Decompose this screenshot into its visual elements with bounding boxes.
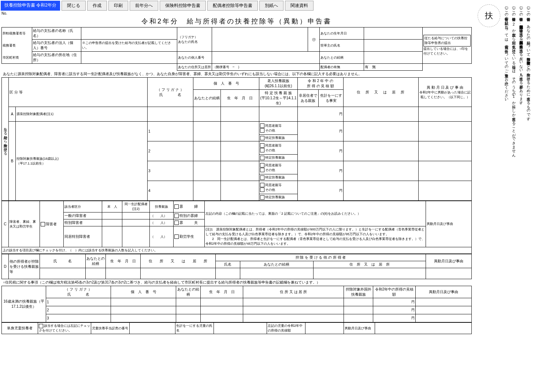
your-addr-value[interactable]: （郵便番号 − ） <box>212 64 320 71</box>
rel-value[interactable] <box>364 52 423 64</box>
col-elder: 老人扶養親族(昭26.1.1以前生) <box>259 78 298 90</box>
single-chk[interactable]: 該当する場合には左記にチェックを付けてください。 <box>38 323 91 334</box>
payer-addr-label: 給与の支払者の所在地（住所） <box>32 52 81 64</box>
single-h2: 生計を一にする児童の氏名 <box>175 323 214 334</box>
rel-label: あなたとの続柄 <box>320 52 364 64</box>
stamp-circle: 扶 <box>478 4 500 27</box>
b1-spec[interactable]: 特定扶養親族 <box>259 135 298 141</box>
section-u16-table: 16歳未満の扶養親族（平17.1.2以後生） （ フ リ ガ ナ ）氏 名 個 … <box>1 286 472 322</box>
c-kafu[interactable]: 寡 婦 <box>174 201 205 212</box>
side-note-4: ◎この申告書の記載に当たっては、裏面の「申告についてのご注意」等をお読みください… <box>503 3 509 331</box>
row-a-mark: A <box>9 107 16 122</box>
col-income: 令 和 2 年 中 の所 得 の 見 積 額 <box>298 78 344 90</box>
row-d-mark: D <box>2 254 9 279</box>
col-spec: 特 定 扶 養 親 族(平10.1.2生～平14.1.1生) <box>259 90 298 107</box>
resident-tax-note: ○住民税に関する事項（この欄は地方税法第45条の3の2及び第317条の3の2に基… <box>1 279 472 286</box>
your-name-labels: （フリガナ）あなたの氏名 <box>177 27 212 52</box>
b1-elder[interactable]: 同居老親等その他 <box>259 122 298 135</box>
row-b-mark: B <box>9 122 16 201</box>
b2-name[interactable]: 2 <box>148 141 193 161</box>
c-notes: (注)1 源泉控除対象配偶者とは、所得者（令和2年中の所得の見積額が900万円以… <box>205 226 426 247</box>
c-g3: 同居特別障害者 <box>64 226 102 247</box>
close-button[interactable]: 閉じる <box>62 1 86 11</box>
payer-addr-value[interactable] <box>81 52 177 64</box>
doc-no: No. <box>0 11 473 15</box>
b1-name[interactable]: 1 <box>148 122 193 141</box>
c-g1: 一般の障害者 <box>64 212 102 219</box>
col-rel: あなたとの続柄 <box>193 90 221 107</box>
prev-year-button[interactable]: 前年分へ <box>130 1 158 11</box>
b3-name[interactable]: 3 <box>148 161 193 181</box>
birth-value[interactable] <box>364 27 423 40</box>
payer-name-value[interactable] <box>81 27 177 40</box>
tax-office-col: 所轄税務署長等 税務署長 市区町村長 <box>2 27 32 64</box>
row-a-birth[interactable] <box>221 107 259 122</box>
col-birth: 生 年 月 日 <box>221 90 259 107</box>
b1-income[interactable]: 円 <box>298 122 344 141</box>
b1-birth[interactable] <box>221 122 259 141</box>
row-c-name: 障害者、寡婦、寡夫又は勤労学生 <box>9 201 40 247</box>
single-h4: 異動月日及び事由 <box>344 323 375 334</box>
instruction-line: あなたに源泉控除対象配偶者、障害者に該当する同一生計配偶者及び扶養親族がなく、か… <box>1 71 472 77</box>
spouse-presence-label: 配偶者の有無 <box>320 64 364 71</box>
row-a-addr[interactable] <box>344 107 419 122</box>
seal-mark: ㊞ <box>308 27 320 52</box>
toolbar: 扶養控除申告書 令和2年分 閉じる 作成 印刷 前年分へ 保険料控除申告書 配偶… <box>0 0 473 11</box>
u16-name: 16歳未満の扶養親族（平17.1.2以後生） <box>2 286 46 322</box>
your-addr-label: あなたの住所又は居所 <box>177 64 212 71</box>
c-kafu2[interactable]: 寡 夫 <box>174 219 205 226</box>
col-no: 個 人 番 号 <box>193 78 259 90</box>
your-name-value[interactable] <box>212 27 308 52</box>
c-g1-ppl[interactable]: （ 人） <box>150 212 174 219</box>
doc-title: 令和2年分 給与所得者の扶養控除等（異動）申告書 <box>0 15 473 27</box>
col-change: 異 動 月 日 及 び 事 由令和2年中に異動があった場合に記載してください。（… <box>419 78 472 107</box>
c-hdr-spouse: 同一生計配偶者(注2) <box>122 201 150 212</box>
c-hdr-kubun: 該当者区分 <box>64 201 102 212</box>
side-panel: 扶 ◎この申告書の記載に当たっては、裏面の「申告についてのご注意」等をお読みくだ… <box>473 0 545 334</box>
side-note-3: ◎この申告書は、2か所以上から給与の支払を受けている場合には、そのうちの1か所に… <box>511 3 516 331</box>
print-button[interactable]: 印刷 <box>108 1 128 11</box>
related-button[interactable]: 関連資料 <box>285 1 314 11</box>
head-value[interactable] <box>364 40 423 52</box>
c-shogai[interactable]: 障害者 <box>40 201 64 247</box>
row-a-change[interactable] <box>419 107 472 122</box>
create-button[interactable]: 作成 <box>87 1 107 11</box>
payer-name-label: 給与の支払者の名称（氏名） <box>32 27 81 40</box>
row-a-name: 源泉控除対象配偶者(注1) <box>16 107 148 122</box>
submit-note-box: 従たる給与についての扶養控除等申告書の提出 提出している場合には、○印を付けてく… <box>422 27 471 64</box>
spouse-button[interactable]: 配偶者控除等申告書 <box>207 1 258 11</box>
side-label-main: 主たる給与から控除を受ける <box>2 78 9 201</box>
your-no-value[interactable] <box>212 52 320 64</box>
insurance-button[interactable]: 保険料控除申告書 <box>160 1 206 11</box>
section-d-table: D 他の所得者が控除を受ける扶養親族等 氏 名 あなたとの続柄 生 年 月 日 … <box>1 254 472 279</box>
b4-name[interactable]: 4 <box>148 181 193 201</box>
section-ab-table: 主たる給与から控除を受ける 区 分 等 （ フ リ ガ ナ ）氏 名 個 人 番… <box>1 77 472 201</box>
payer-no-value[interactable]: ※この申告書の提出を受けた給与の支払者が記載してください。 <box>81 40 177 52</box>
single-h1: 児童扶養手当証書の番号 <box>91 323 130 334</box>
c-hdr-fuyou: 扶養親族 <box>150 201 174 212</box>
row-a-furi[interactable] <box>148 107 193 122</box>
c-toku[interactable]: 特別の寡婦 <box>174 212 205 219</box>
row-a-income[interactable]: 円 <box>298 107 344 122</box>
b1-change[interactable] <box>419 122 472 141</box>
side-note-2: ◎この申告書は、源泉控除対象配偶者、障害者に該当する同一生計配偶者及び扶養親族に… <box>518 3 524 331</box>
col-name: （ フ リ ガ ナ ）氏 名 <box>148 78 193 107</box>
row-a-rel[interactable] <box>193 107 221 122</box>
payer-no-label: 給与の支払者の法人（個人）番号 <box>32 40 81 52</box>
header-table: 所轄税務署長等 税務署長 市区町村長 給与の支払者の名称（氏名） （フリガナ）あ… <box>1 27 472 71</box>
single-h3: 左記の児童の令和2年中の所得の見積額 <box>267 323 305 334</box>
row-c-mark: C <box>2 201 9 247</box>
appendix-button[interactable]: 別紙へ <box>259 1 283 11</box>
c-kinro[interactable]: 勤労学生 <box>174 226 205 247</box>
b1-rel[interactable] <box>193 122 221 141</box>
b1-addr[interactable] <box>344 122 419 141</box>
c-bottom-note: 上の該当する項目及び欄にチェックを付け、（ ）内には該当する扶養親族の人数を記入… <box>2 247 472 254</box>
row-a-elder <box>259 107 298 122</box>
col-kubun: 区 分 等 <box>9 78 148 107</box>
tab-title: 扶養控除申告書 令和2年分 <box>1 1 60 11</box>
section-c-table: C 障害者、寡婦、寡夫又は勤労学生 障害者 該当者区分 本 人 同一生計配偶者(… <box>1 201 472 254</box>
your-no-label: あなたの個人番号 <box>177 52 212 64</box>
row-d-name: 他の所得者が控除を受ける扶養親族等 <box>9 254 40 279</box>
spouse-presence-value[interactable]: 有 無 <box>364 64 423 71</box>
single-label: 単身児童扶養者 <box>2 323 38 334</box>
